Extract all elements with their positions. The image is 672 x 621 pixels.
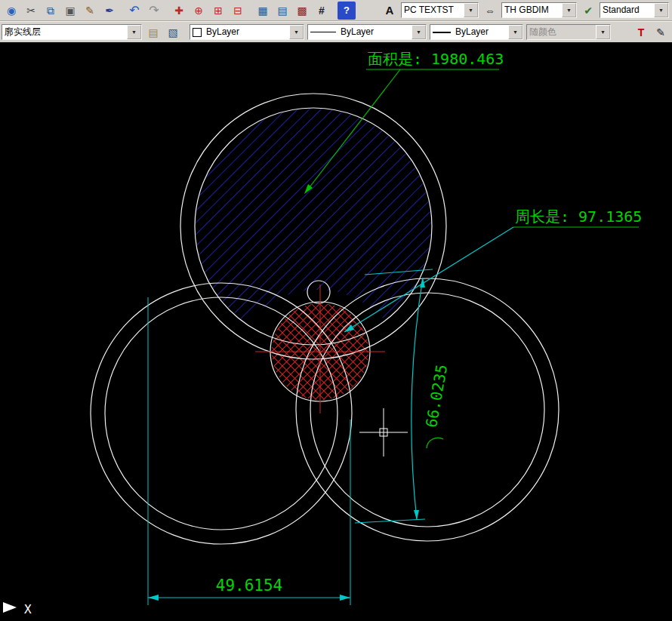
zoom-previous-icon[interactable]: ⊟ bbox=[229, 2, 247, 20]
current-style-value: Standard bbox=[600, 3, 654, 17]
lineweight-dropdown-arrow[interactable]: ▼ bbox=[508, 25, 522, 39]
toolbar-separator bbox=[164, 2, 169, 19]
layout-icon[interactable]: ▦ bbox=[254, 2, 272, 20]
layer-name-value: 廓实线层 bbox=[2, 25, 127, 39]
text-toolbar-icon[interactable]: T bbox=[632, 23, 650, 42]
copy-icon[interactable]: ⧉ bbox=[42, 2, 60, 20]
help-icon[interactable]: ? bbox=[338, 2, 356, 20]
lineweight-value: ByLayer bbox=[453, 25, 508, 39]
undo-icon[interactable]: ↶ bbox=[125, 2, 143, 20]
text-style-value: PC TEXTST bbox=[402, 3, 464, 17]
text-style-combo[interactable]: PC TEXTST ▼ bbox=[401, 2, 479, 18]
plot-style-value: 随颜色 bbox=[527, 25, 596, 39]
text-style-dropdown-arrow[interactable]: ▼ bbox=[464, 3, 478, 17]
style-edit-icon[interactable]: ✎ bbox=[652, 23, 670, 42]
redo-icon[interactable]: ↷ bbox=[145, 2, 163, 20]
current-style-combo[interactable]: Standard ▼ bbox=[600, 2, 669, 18]
color-dropdown-arrow[interactable]: ▼ bbox=[289, 25, 304, 39]
table-style-icon[interactable]: ✔ bbox=[579, 2, 597, 20]
zoom-window-icon[interactable]: ⊞ bbox=[209, 2, 227, 20]
ucs-x-label: X bbox=[24, 602, 32, 616]
calculator-icon[interactable]: # bbox=[313, 2, 331, 20]
dim-style-icon[interactable]: ⇔ bbox=[481, 2, 499, 20]
layer-states-icon[interactable]: ▤ bbox=[144, 23, 162, 42]
perimeter-label: 周长是: 97.1365 bbox=[515, 208, 642, 226]
linetype-combo[interactable]: ByLayer ▼ bbox=[307, 24, 427, 40]
layer-combo[interactable]: 廓实线层 ▼ bbox=[2, 24, 142, 40]
cut-icon[interactable]: ✂ bbox=[22, 2, 40, 20]
current-style-dropdown-arrow[interactable]: ▼ bbox=[654, 3, 668, 17]
toolbar-separator bbox=[183, 24, 188, 41]
plot-style-dropdown-arrow: ▼ bbox=[596, 25, 610, 39]
dim-style-dropdown-arrow[interactable]: ▼ bbox=[562, 3, 576, 17]
text-style-icon[interactable]: A bbox=[381, 2, 399, 20]
table-icon[interactable]: ▤ bbox=[273, 2, 291, 20]
dim-style-combo[interactable]: TH GBDIM ▼ bbox=[501, 2, 577, 18]
pan-icon[interactable]: ✚ bbox=[170, 2, 188, 20]
color-combo[interactable]: ByLayer ▼ bbox=[190, 24, 304, 40]
match-properties-icon[interactable]: ✎ bbox=[81, 2, 99, 20]
plot-style-combo: 随颜色 ▼ bbox=[526, 24, 611, 40]
linetype-value: ByLayer bbox=[338, 25, 412, 39]
layer-dropdown-arrow[interactable]: ▼ bbox=[127, 25, 141, 39]
layers-icon[interactable]: ▧ bbox=[164, 23, 182, 42]
standard-toolbar: ◉ ✂ ⧉ ▣ ✎ ✒ ↶ ↷ ✚ ⊕ ⊞ ⊟ ▦ ▤ ▩ # ? A PC T… bbox=[0, 0, 672, 21]
lineweight-combo[interactable]: ByLayer ▼ bbox=[430, 24, 523, 40]
drawing-canvas[interactable]: 面积是: 1980.463 周长是: 97.1365 66.0235 49.61… bbox=[0, 42, 672, 621]
lineweight-sample bbox=[433, 32, 451, 33]
layer-properties-toolbar: 廓实线层 ▼ ▤ ▧ ByLayer ▼ ByLayer ▼ ByLayer ▼… bbox=[0, 21, 672, 42]
paste-icon[interactable]: ▣ bbox=[61, 2, 79, 20]
area-label: 面积是: 1980.463 bbox=[368, 50, 504, 68]
toolbar-separator bbox=[248, 2, 253, 19]
color-value: ByLayer bbox=[204, 25, 289, 39]
color-swatch bbox=[193, 28, 202, 37]
linetype-dropdown-arrow[interactable]: ▼ bbox=[412, 25, 426, 39]
linear-dim-label: 49.6154 bbox=[216, 576, 283, 595]
linetype-sample bbox=[310, 32, 336, 32]
app-icon[interactable]: ◉ bbox=[2, 2, 20, 20]
dim-style-value: TH GBDIM bbox=[502, 3, 562, 17]
toolbar-separator bbox=[331, 2, 337, 19]
zoom-realtime-icon[interactable]: ⊕ bbox=[190, 2, 208, 20]
block-icon[interactable]: ▩ bbox=[293, 2, 311, 20]
toolbar-separator bbox=[119, 2, 125, 19]
brush-icon[interactable]: ✒ bbox=[100, 2, 119, 20]
